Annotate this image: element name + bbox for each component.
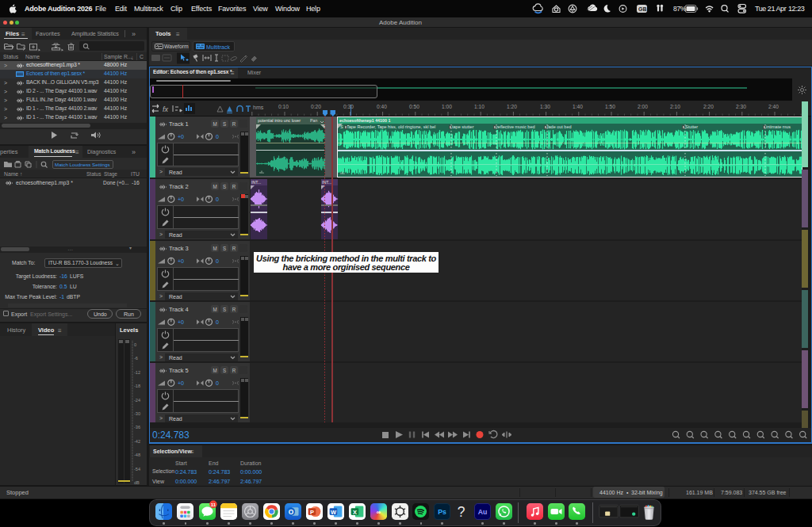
svg-text:W: W — [330, 509, 335, 516]
svg-text:Au: Au — [477, 508, 487, 516]
svg-text:P: P — [309, 509, 313, 516]
svg-text:O: O — [288, 508, 293, 516]
svg-text:GB: GB — [638, 6, 647, 12]
svg-text:∞: ∞ — [376, 509, 381, 516]
svg-text:Ps: Ps — [438, 508, 446, 516]
svg-text:X: X — [352, 509, 356, 516]
svg-text:?: ? — [457, 504, 465, 520]
